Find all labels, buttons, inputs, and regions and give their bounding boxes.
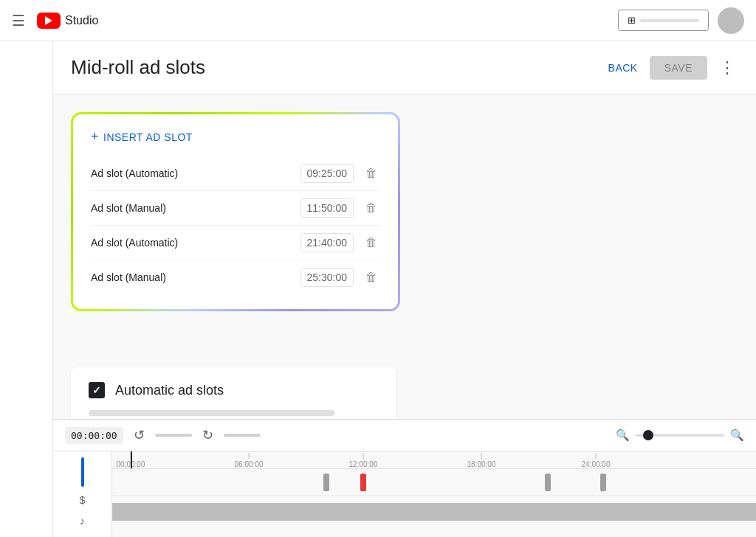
ad-marker-auto bbox=[323, 474, 329, 491]
upload-icon: ⊞ bbox=[628, 15, 636, 26]
checkmark-icon: ✓ bbox=[92, 384, 101, 396]
timeline-track-area: $ ♪ ▭ 00:00:00 bbox=[53, 451, 756, 537]
ad-slot-row: Ad slot (Automatic) 09:25:00 🗑 bbox=[91, 156, 380, 191]
ad-slot-label: Ad slot (Automatic) bbox=[91, 237, 300, 249]
page-title: Mid-roll ad slots bbox=[71, 56, 608, 79]
ruler-mark-1: 06:00:00 bbox=[235, 453, 264, 468]
delete-slot-button[interactable]: 🗑 bbox=[362, 268, 380, 287]
time-display: 00:00:00 bbox=[65, 427, 123, 444]
zoom-out-icon[interactable]: 🔍 bbox=[616, 429, 630, 442]
timeline-ruler: 00:00:00 06:00:00 12:00:00 18:00:00 bbox=[112, 451, 756, 469]
ruler-line bbox=[249, 453, 250, 459]
insert-ad-slot-label: INSERT AD SLOT bbox=[103, 131, 193, 143]
youtube-logo-icon bbox=[37, 13, 61, 29]
ruler-time: 06:00:00 bbox=[235, 460, 264, 468]
redo-button[interactable]: ↻ bbox=[198, 426, 218, 445]
zoom-controls: 🔍 🔍 bbox=[616, 429, 744, 442]
timeline-tracks bbox=[112, 469, 756, 528]
ruler-line bbox=[481, 453, 482, 459]
automatic-slots-title: Automatic ad slots bbox=[115, 383, 224, 398]
delete-slot-button[interactable]: 🗑 bbox=[362, 164, 380, 183]
ad-slot-row: Ad slot (Manual) 25:30:00 🗑 bbox=[91, 260, 380, 294]
ad-marker-auto-2 bbox=[545, 474, 551, 491]
save-button[interactable]: SAVE bbox=[650, 56, 707, 80]
auto-slots-header: ✓ Automatic ad slots bbox=[89, 382, 378, 398]
ad-slot-time[interactable]: 21:40:00 bbox=[300, 233, 354, 252]
ad-marker-manual-2 bbox=[600, 474, 606, 491]
ad-slots-card-wrapper: + INSERT AD SLOT Ad slot (Automatic) 09:… bbox=[71, 112, 400, 311]
avatar[interactable] bbox=[718, 7, 744, 34]
create-button[interactable]: ⊞ bbox=[618, 10, 709, 31]
menu-icon[interactable]: ☰ bbox=[12, 12, 25, 30]
more-options-button[interactable]: ⋮ bbox=[716, 55, 738, 80]
automatic-slots-checkbox[interactable]: ✓ bbox=[89, 382, 105, 398]
video-track bbox=[112, 503, 756, 521]
timeline-right[interactable]: 00:00:00 06:00:00 12:00:00 18:00:00 bbox=[112, 451, 756, 537]
ad-slots-card: + INSERT AD SLOT Ad slot (Automatic) 09:… bbox=[73, 114, 398, 309]
main-layout: Mid-roll ad slots BACK SAVE ⋮ + INSERT A… bbox=[0, 41, 756, 537]
ad-slot-row: Ad slot (Manual) 11:50:00 🗑 bbox=[91, 191, 380, 226]
header-right: ⊞ bbox=[618, 7, 744, 34]
placeholder-bar-1 bbox=[89, 410, 334, 416]
timeline-area: 00:00:00 ↺ ↻ 🔍 🔍 $ bbox=[53, 419, 756, 537]
ad-slot-time[interactable]: 25:30:00 bbox=[300, 268, 354, 287]
ruler-time: 18:00:00 bbox=[467, 460, 496, 468]
track-left-panel: $ ♪ ▭ bbox=[53, 451, 112, 537]
upload-progress-bar bbox=[640, 19, 699, 22]
sidebar bbox=[0, 41, 53, 537]
mid-content: + INSERT AD SLOT Ad slot (Automatic) 09:… bbox=[53, 94, 756, 419]
ad-marker-manual-red bbox=[360, 474, 366, 491]
ruler-time: 12:00:00 bbox=[349, 460, 378, 468]
content-area: Mid-roll ad slots BACK SAVE ⋮ + INSERT A… bbox=[53, 41, 756, 537]
delete-slot-button[interactable]: 🗑 bbox=[362, 233, 380, 252]
logo-area: Studio bbox=[37, 13, 98, 29]
ruler-mark-2: 12:00:00 bbox=[349, 453, 378, 468]
undo-button[interactable]: ↺ bbox=[129, 426, 149, 445]
insert-ad-slot-button[interactable]: + INSERT AD SLOT bbox=[91, 129, 380, 145]
ruler-line bbox=[596, 453, 597, 459]
app-header: ☰ Studio ⊞ bbox=[0, 0, 756, 41]
track-indicator bbox=[81, 457, 84, 487]
ad-track-icon: $ bbox=[80, 494, 86, 506]
ad-slot-time[interactable]: 11:50:00 bbox=[300, 198, 354, 218]
video-track-container bbox=[112, 499, 756, 521]
playback-bar-1 bbox=[155, 434, 192, 437]
zoom-in-icon[interactable]: 🔍 bbox=[730, 429, 744, 442]
ad-slot-label: Ad slot (Automatic) bbox=[91, 167, 300, 179]
ruler-mark-3: 18:00:00 bbox=[467, 453, 496, 468]
plus-icon: + bbox=[91, 129, 99, 145]
zoom-slider-track[interactable] bbox=[636, 434, 724, 437]
ad-slot-label: Ad slot (Manual) bbox=[91, 271, 300, 283]
ad-track-row bbox=[112, 469, 756, 496]
zoom-slider-thumb bbox=[643, 430, 653, 440]
ruler-mark-4: 24:00:00 bbox=[582, 453, 611, 468]
playback-bar-2 bbox=[224, 434, 261, 437]
delete-slot-button[interactable]: 🗑 bbox=[362, 198, 380, 218]
ruler-line bbox=[363, 453, 364, 459]
back-button[interactable]: BACK bbox=[608, 62, 638, 74]
page-header: Mid-roll ad slots BACK SAVE ⋮ bbox=[53, 41, 756, 94]
music-track-icon: ♪ bbox=[80, 515, 85, 527]
ad-slot-row: Ad slot (Automatic) 21:40:00 🗑 bbox=[91, 226, 380, 260]
ruler-time: 24:00:00 bbox=[582, 460, 611, 468]
timeline-controls: 00:00:00 ↺ ↻ 🔍 🔍 bbox=[53, 420, 756, 451]
ad-slot-label: Ad slot (Manual) bbox=[91, 202, 300, 214]
playhead bbox=[131, 451, 132, 468]
studio-label: Studio bbox=[65, 14, 98, 27]
automatic-ad-slots-section: ✓ Automatic ad slots bbox=[71, 367, 396, 419]
ad-slot-time[interactable]: 09:25:00 bbox=[300, 164, 354, 183]
